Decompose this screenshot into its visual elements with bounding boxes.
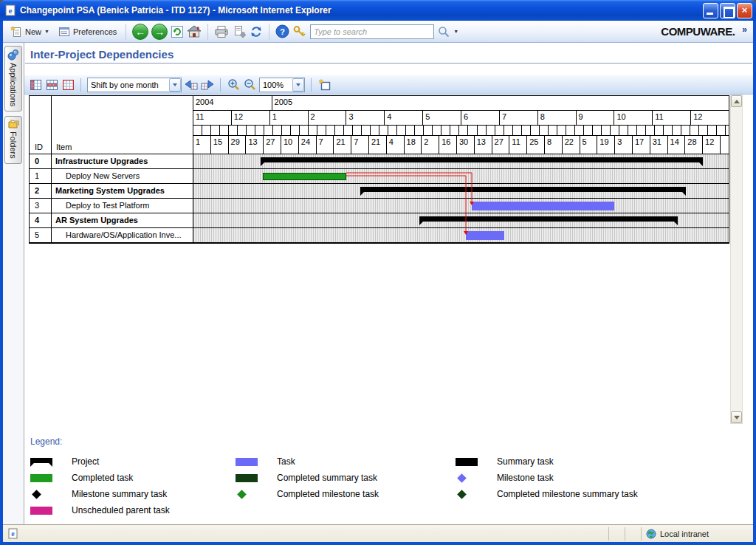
sidebar-tab-applications[interactable]: Applications: [4, 46, 22, 112]
toolbar-separator: [207, 24, 208, 40]
shift-right-button[interactable]: [201, 78, 214, 92]
maximize-button[interactable]: [720, 3, 735, 18]
search-icon[interactable]: [437, 25, 450, 38]
row-chart-cell: [193, 199, 729, 213]
security-zone-pane: Local intranet: [641, 527, 752, 541]
timeline-month-cell: 9: [576, 111, 614, 125]
shift-select[interactable]: Shift by one month: [87, 78, 182, 92]
timeline-week-cell: [299, 126, 308, 136]
legend-bar-swatch: [30, 507, 52, 515]
close-button[interactable]: ×: [737, 3, 752, 18]
timeline-week-cell: [645, 126, 654, 136]
shift-select-arrow-icon[interactable]: [169, 78, 181, 92]
shift-left-button[interactable]: [185, 78, 198, 92]
sync-arrows-icon[interactable]: [250, 25, 263, 38]
toolbar-separator: [126, 24, 126, 40]
timeline-weeks-row: [193, 126, 729, 137]
export-icon[interactable]: [232, 25, 247, 38]
home-icon[interactable]: [187, 25, 202, 38]
timeline-day-cell: 31: [650, 136, 667, 154]
view-scale-weeks-button[interactable]: [45, 78, 58, 92]
timeline-day-cell: 15: [210, 136, 228, 154]
timeline-week-cell: [574, 126, 583, 136]
gantt-toolbar-separator: [220, 78, 221, 92]
zoom-out-button[interactable]: [243, 78, 256, 92]
row-item-cell: Hardware/OS/Application Inve...: [52, 228, 193, 242]
back-button[interactable]: ←: [132, 24, 148, 40]
legend-diamond-swatch: [32, 490, 41, 499]
view-scale-days-button[interactable]: [29, 78, 42, 92]
zoom-in-button[interactable]: [227, 78, 240, 92]
preferences-button[interactable]: Preferences: [55, 24, 120, 39]
window-ie-icon[interactable]: e: [4, 4, 16, 16]
applications-icon: [7, 49, 19, 61]
row-item-cell: Marketing System Upgrades: [52, 184, 193, 198]
legend-label: Unscheduled parent task: [72, 505, 170, 515]
timeline-week-cell: [690, 126, 698, 136]
toolbar-overflow-chevron[interactable]: »: [742, 24, 747, 35]
forward-button[interactable]: →: [151, 24, 168, 40]
local-intranet-globe-icon: [646, 529, 656, 539]
legend-swatch-slot: [30, 474, 72, 482]
minimize-button[interactable]: [703, 3, 718, 18]
legend-title: Legend:: [30, 436, 753, 447]
timeline-week-cell: [246, 126, 255, 136]
row-chart-cell: [193, 184, 729, 198]
timeline-week-cell: [707, 126, 716, 136]
timeline-week-cell: [504, 126, 512, 136]
keys-icon[interactable]: [292, 25, 307, 38]
help-icon[interactable]: ?: [275, 24, 289, 38]
timeline-week-cell: [583, 126, 592, 136]
gantt-area: ID Item 20042005 1112123456789101112 115…: [24, 95, 753, 424]
summary-bar[interactable]: [261, 157, 703, 162]
row-item-cell: Deploy New Servers: [52, 169, 193, 183]
legend-item: Project: [30, 453, 236, 470]
timeline-week-cell: [423, 126, 432, 136]
timeline-week-cell: [326, 126, 334, 136]
timeline-week-cell: [343, 126, 352, 136]
timeline-week-cell: [379, 126, 388, 136]
row-chart-cell: [193, 213, 729, 227]
timeline-week-cell: [592, 126, 601, 136]
refresh-icon[interactable]: [171, 25, 184, 38]
legend-swatch-slot: [30, 461, 72, 463]
new-button[interactable]: New ▼: [7, 24, 52, 39]
view-scale-months-button[interactable]: [61, 78, 75, 92]
timeline-week-cell: [610, 126, 619, 136]
timeline-day-cell: 21: [333, 136, 351, 154]
summary-bar[interactable]: [419, 216, 678, 222]
status-spacer-pane: [608, 527, 625, 541]
summary-bar[interactable]: [360, 187, 686, 192]
timeline-year-cell: 2005: [272, 96, 729, 110]
scroll-up-icon[interactable]: [731, 95, 742, 107]
row-id-cell: 4: [30, 213, 52, 227]
timeline-week-cell: [281, 126, 290, 136]
timeline-day-cell: 11: [509, 136, 526, 154]
timeline-day-cell: 17: [632, 136, 650, 154]
task-bar[interactable]: [466, 231, 504, 240]
legend-label: Completed milestone task: [277, 489, 379, 499]
timeline-week-cell: [566, 126, 574, 136]
gantt-header: ID Item 20042005 1112123456789101112 115…: [30, 96, 729, 154]
timeline-week-cell: [530, 126, 539, 136]
task-bar[interactable]: [472, 202, 614, 210]
id-column-header: ID: [30, 96, 52, 154]
vertical-scrollbar[interactable]: [730, 95, 743, 424]
scroll-down-icon[interactable]: [731, 411, 742, 423]
print-icon[interactable]: [214, 25, 229, 38]
new-window-button[interactable]: [317, 78, 331, 92]
timeline-month-cell: 1: [269, 111, 308, 125]
completed-bar[interactable]: [263, 173, 346, 180]
window-bottom-border: [0, 542, 756, 545]
search-caret-icon[interactable]: ▼: [453, 29, 458, 34]
legend-label: Completed task: [72, 473, 133, 483]
timeline-day-cell: [720, 136, 729, 154]
gantt-row: 1Deploy New Servers: [30, 169, 729, 184]
legend-grid: ProjectTaskSummary taskCompleted taskCom…: [30, 453, 753, 518]
sidebar-tab-folders[interactable]: Folders: [4, 116, 22, 164]
timeline-week-cell: [636, 126, 645, 136]
zoom-select[interactable]: 100%: [259, 78, 305, 92]
zoom-select-arrow-icon[interactable]: [292, 78, 304, 92]
search-input[interactable]: [310, 24, 434, 39]
content-area: Inter-Project Dependencies Shift: [24, 43, 753, 524]
